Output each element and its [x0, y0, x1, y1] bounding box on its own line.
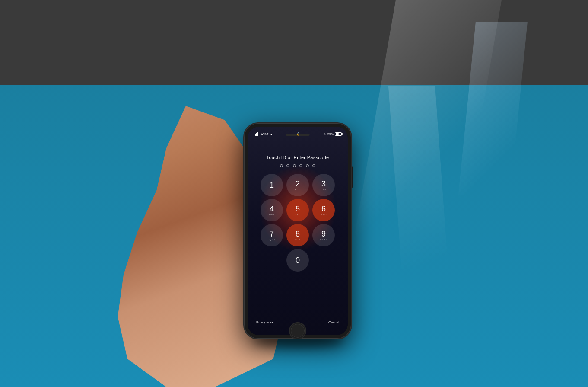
phone-body: AT&T ▴ 🔒 ▷ 59% Touch ID or Enter Passcod… — [244, 123, 351, 339]
passcode-dot-5 — [306, 164, 309, 167]
battery-fill — [336, 133, 339, 135]
key-5[interactable]: 5 JKL — [286, 199, 309, 221]
keypad-row-1: 1 2 ABC 3 DEF — [261, 174, 335, 196]
status-bar-right: ▷ 59% — [324, 132, 342, 136]
signal-bar-4 — [257, 132, 258, 136]
key-0[interactable]: 0 — [286, 249, 309, 272]
passcode-dot-4 — [299, 164, 302, 167]
key-7[interactable]: 7 PQRS — [261, 224, 283, 246]
battery-icon — [335, 132, 342, 136]
wifi-icon: ▴ — [270, 132, 272, 136]
status-bar-left: AT&T ▴ — [254, 132, 272, 136]
carrier-name: AT&T — [261, 133, 268, 136]
key-8[interactable]: 8 TUV — [286, 224, 309, 246]
keypad-row-4: 0 — [286, 249, 309, 272]
home-button-inner — [291, 324, 305, 338]
battery-percentage: 59% — [327, 133, 334, 136]
key-9[interactable]: 9 WXYZ — [312, 224, 335, 246]
passcode-dots — [280, 164, 315, 167]
keypad-row-3: 7 PQRS 8 TUV 9 WXYZ — [261, 224, 335, 246]
status-bar-center: 🔒 — [296, 132, 300, 136]
signal-bar-2 — [255, 134, 256, 136]
status-bar: AT&T ▴ 🔒 ▷ 59% — [248, 127, 348, 139]
power-button[interactable] — [351, 166, 353, 188]
lock-screen-content: Touch ID or Enter Passcode — [248, 140, 348, 272]
signal-bar-1 — [254, 134, 254, 136]
phone-screen: AT&T ▴ 🔒 ▷ 59% Touch ID or Enter Passcod… — [248, 127, 348, 335]
key-3[interactable]: 3 DEF — [312, 174, 335, 196]
home-button[interactable] — [289, 322, 306, 339]
lock-icon: 🔒 — [296, 132, 300, 136]
keypad: 1 2 ABC 3 DEF 4 — [261, 174, 335, 272]
passcode-dot-6 — [312, 164, 315, 167]
passcode-dot-1 — [280, 164, 283, 167]
key-1[interactable]: 1 — [261, 174, 283, 196]
key-4[interactable]: 4 GHI — [261, 199, 283, 221]
signal-strength — [254, 132, 258, 136]
passcode-dot-2 — [286, 164, 289, 167]
cancel-button[interactable]: Cancel — [328, 320, 339, 324]
emergency-button[interactable]: Emergency — [256, 320, 273, 324]
phone: AT&T ▴ 🔒 ▷ 59% Touch ID or Enter Passcod… — [244, 123, 351, 339]
lock-screen-title: Touch ID or Enter Passcode — [267, 155, 329, 160]
key-2[interactable]: 2 ABC — [286, 174, 309, 196]
passcode-dot-3 — [293, 164, 296, 167]
signal-bar-3 — [256, 133, 257, 136]
keypad-row-2: 4 GHI 5 JKL 6 MNO — [261, 199, 335, 221]
location-icon: ▷ — [324, 132, 326, 136]
key-6[interactable]: 6 MNO — [312, 199, 335, 221]
